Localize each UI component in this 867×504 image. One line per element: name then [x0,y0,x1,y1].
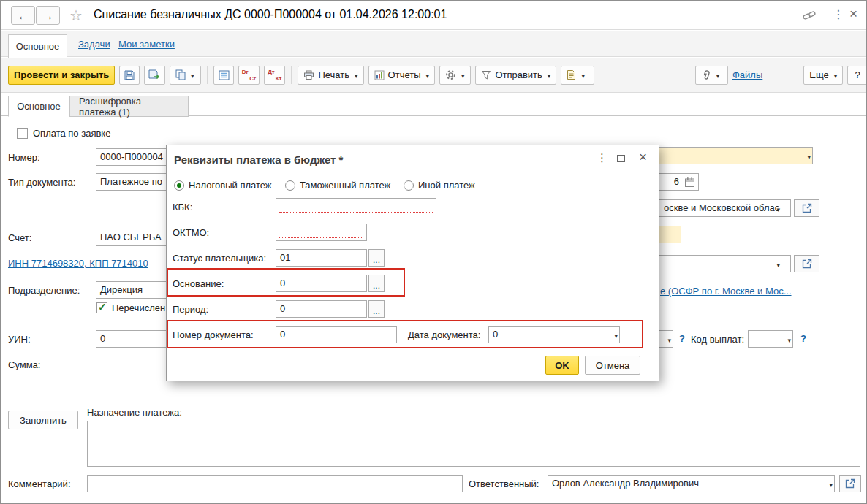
files-link[interactable]: Файлы [732,69,762,80]
dialog-close-icon[interactable]: × [639,149,647,165]
purpose-textarea[interactable] [87,421,860,467]
ok-button[interactable]: OK [545,356,579,375]
doc-type-value: Платежное по [100,176,162,187]
app-window: ← → ☆ Списание безналичных ДС 0000-П0000… [0,0,867,504]
save-and-refresh-button[interactable] [144,66,165,85]
dropdown-icon[interactable] [614,329,618,340]
radio-tax-payment-label: Налоговый платеж [189,180,272,191]
dropdown-icon[interactable] [829,478,833,489]
dropdown-icon[interactable] [807,150,811,161]
settings-dropdown-button[interactable] [439,66,471,85]
dropdown-icon [426,69,430,80]
open-responsible-button[interactable] [839,475,861,492]
account-value: ПАО СБЕРБА [100,232,162,243]
toolbar: Провести и закрыть Dr Cr Дт Кт Печать [1,58,867,93]
responsible-input[interactable]: Орлов Александр Владимирович [548,475,835,492]
radio-other-payment[interactable] [404,180,414,191]
favorite-star-icon[interactable]: ☆ [69,7,83,24]
kebab-menu-icon[interactable]: ⋮ [833,7,844,21]
dr-cr-postings-button[interactable]: Dr Cr [238,66,260,85]
help-question-icon[interactable]: ? [800,333,806,344]
payer-status-ellipsis-button[interactable]: ... [368,249,385,267]
cancel-button[interactable]: Отмена [585,356,640,375]
osfr-link[interactable]: е (ОСФР по г. Москве и Мос... [660,286,792,297]
transferred-checkbox[interactable] [96,302,107,313]
nav-link-tasks[interactable]: Задачи [78,39,110,50]
number-label: Номер: [8,152,40,163]
doc-number-input[interactable]: 0 [276,326,397,343]
payout-code-input[interactable] [748,330,793,348]
doc-type-input[interactable]: Платежное по [96,173,170,191]
save-button[interactable] [119,66,139,85]
nav-link-notes[interactable]: Мои заметки [118,39,175,50]
back-button[interactable]: ← [11,6,35,25]
link-icon[interactable] [803,9,816,23]
basis-ellipsis-button[interactable]: ... [368,275,385,292]
fill-button[interactable]: Заполнить [8,411,78,429]
responsible-label: Ответственный: [469,478,539,489]
tab-payment-decode[interactable]: Расшифровка платежа (1) [69,96,189,117]
period-ellipsis-button[interactable]: ... [368,300,385,318]
number-input[interactable]: 0000-П000004 [96,148,170,166]
printer-icon [303,70,314,80]
account-input[interactable]: ПАО СБЕРБА [96,229,170,246]
help-button[interactable]: ? [847,66,867,85]
dropdown-icon[interactable] [787,334,791,345]
responsible-value: Орлов Александр Владимирович [552,478,699,489]
purpose-label: Назначение платежа: [87,407,182,418]
help-question-icon[interactable]: ? [679,333,685,344]
attachments-dropdown-button[interactable] [695,66,728,85]
nav-tab-main[interactable]: Основное [8,34,67,58]
basis-input[interactable]: 0 [276,275,367,292]
division-value: Дирекция [100,284,143,295]
dropdown-icon[interactable] [776,203,780,214]
doc-date-input[interactable]: 0 [488,326,620,343]
post-and-close-button[interactable]: Провести и закрыть [8,66,115,85]
dialog-kebab-icon[interactable]: ⋮ [597,151,607,164]
radio-customs-payment[interactable] [285,180,295,191]
gear-icon [445,69,456,80]
sum-input[interactable] [96,356,170,373]
dropdown-icon[interactable] [776,259,780,270]
inn-kpp-link[interactable]: ИНН 7714698320, КПП 7714010 [8,258,148,269]
close-icon[interactable]: × [849,6,857,22]
copy-dropdown-button[interactable] [170,66,201,85]
forward-icon: → [42,9,53,22]
payout-code-label: Код выплат: [691,334,744,345]
more-button[interactable]: Еще [803,66,843,85]
open-icon [845,478,855,489]
kbk-input[interactable] [276,198,436,215]
oktmo-input[interactable] [276,224,367,241]
dropdown-icon[interactable] [667,334,671,345]
dialog-maximize-icon[interactable] [617,155,625,162]
toolbar-separator [291,66,292,84]
uin-label: УИН: [8,334,31,345]
account-label: Счет: [8,232,31,243]
tab-main[interactable]: Основное [8,96,69,117]
period-input[interactable]: 0 [276,300,367,318]
comment-input[interactable] [87,475,463,492]
uin-input[interactable]: 0 [96,330,170,348]
nav-tab-main-label: Основное [16,41,60,52]
send-dropdown-button[interactable]: Отправить [475,66,556,85]
division-label: Подразделение: [8,285,80,296]
forward-button[interactable]: → [36,6,60,25]
tab-main-label: Основное [17,101,61,112]
reports-dropdown-button[interactable]: Отчеты [368,66,435,85]
calendar-icon[interactable] [684,177,695,190]
open-counterparty-button[interactable] [794,255,819,272]
cancel-label: Отмена [596,360,630,371]
open-tax-authority-button[interactable] [794,199,819,217]
print-dropdown-button[interactable]: Печать [298,66,363,85]
pay-by-request-checkbox[interactable] [17,128,28,139]
tax-authority-value: оскве и Московской облас [664,202,779,213]
division-input[interactable]: Дирекция [96,281,170,299]
payer-status-input[interactable]: 01 [276,249,367,267]
create-based-on-dropdown-button[interactable] [561,66,594,85]
dt-kt-postings-button[interactable]: Дт Кт [264,66,285,85]
register-records-button[interactable] [213,66,233,85]
open-icon [802,259,812,269]
back-icon: ← [18,9,29,22]
kt-label: Кт [276,75,282,82]
radio-tax-payment[interactable] [174,180,184,191]
